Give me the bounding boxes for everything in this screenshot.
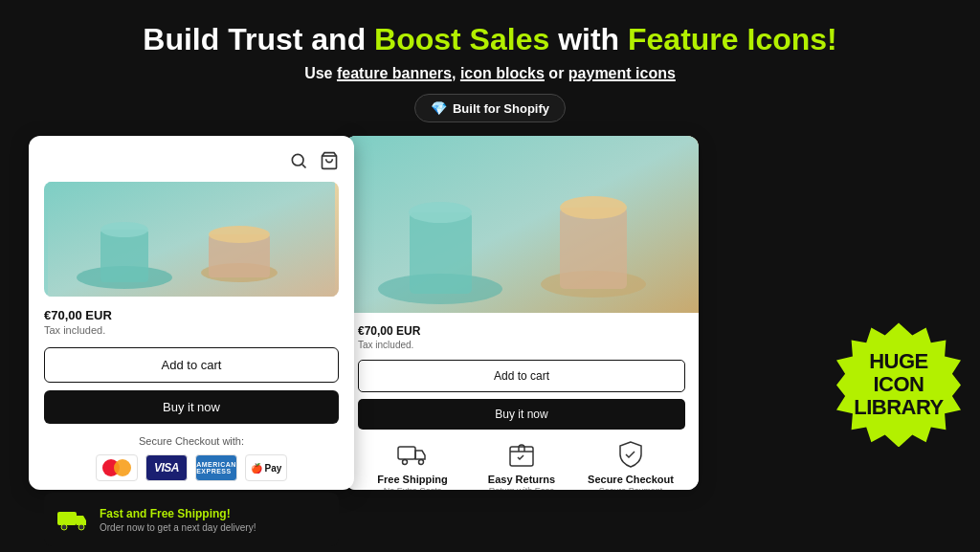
feature-secure: Secure Checkout Secure Payment: [576, 439, 685, 490]
svg-point-9: [209, 226, 270, 243]
amex-icon: AMERICANEXPRESS: [195, 454, 237, 481]
svg-rect-10: [57, 512, 77, 525]
visa-label: VISA: [154, 461, 179, 475]
right-add-to-cart-button[interactable]: Add to cart: [358, 360, 685, 392]
left-tax: Tax included.: [44, 324, 339, 336]
svg-rect-20: [398, 447, 415, 459]
feature-returns: Easy Returns Return with Ease: [467, 439, 576, 490]
main-title: Build Trust and Boost Sales with Feature…: [19, 21, 961, 57]
feature-shipping: Free Shipping No Extra Costs: [358, 439, 467, 490]
secure-feature-sub: Secure Payment: [599, 486, 663, 490]
secure-checkout-label: Secure Checkout with:: [44, 435, 339, 447]
svg-point-12: [78, 524, 84, 530]
title-feature: Feature Icons!: [628, 22, 837, 56]
svg-point-16: [409, 202, 472, 223]
svg-point-0: [292, 155, 303, 166]
returns-feature-title: Easy Returns: [488, 474, 555, 485]
left-card: €70,00 EUR Tax included. Add to cart Buy…: [29, 136, 354, 490]
title-and: and: [311, 22, 374, 56]
right-product-image: [345, 136, 699, 313]
svg-point-21: [403, 460, 408, 465]
starburst-badge: HUGE ICON LIBRARY: [836, 322, 961, 447]
payment-icons-row: VISA AMERICANEXPRESS 🍎 Pay: [44, 454, 339, 481]
svg-point-11: [61, 524, 67, 530]
right-card: €70,00 EUR Tax included. Add to cart Buy…: [345, 136, 699, 490]
visa-icon: VISA: [145, 454, 188, 481]
svg-rect-15: [410, 212, 472, 294]
shield-feature-icon: [615, 439, 646, 470]
svg-point-19: [560, 196, 627, 219]
left-buy-now-button[interactable]: Buy it now: [44, 390, 339, 424]
right-tax: Tax included.: [358, 340, 685, 350]
box-feature-icon: [506, 439, 537, 470]
gem-icon: 💎: [431, 100, 447, 116]
starburst-line1: HUGE: [854, 350, 943, 373]
right-product-visual: [345, 136, 699, 313]
returns-feature-sub: Return with Ease: [489, 486, 555, 490]
subtitle: Use feature banners, icon blocks or paym…: [19, 65, 961, 82]
product-visual-left: [44, 182, 339, 297]
title-end: with: [558, 22, 628, 56]
shipping-feature-title: Free Shipping: [377, 474, 447, 485]
svg-point-22: [419, 460, 424, 465]
cart-icon[interactable]: [320, 151, 339, 170]
svg-point-6: [100, 222, 148, 237]
applepay-label: 🍎 Pay: [251, 463, 282, 474]
mastercard-icon: [96, 454, 138, 481]
shipping-banner: Fast and Free Shipping! Order now to get…: [44, 493, 339, 546]
svg-rect-18: [560, 208, 627, 289]
truck-feature-icon: [397, 439, 428, 470]
starburst-text: HUGE ICON LIBRARY: [854, 350, 943, 420]
left-add-to-cart-button[interactable]: Add to cart: [44, 347, 339, 383]
right-price: €70,00 EUR: [358, 324, 685, 338]
search-icon[interactable]: [289, 151, 308, 170]
right-card-body: €70,00 EUR Tax included. Add to cart Buy…: [345, 313, 699, 490]
shopify-badge-label: Built for Shopify: [453, 101, 549, 116]
shipping-title: Fast and Free Shipping!: [100, 507, 256, 520]
cards-container: €70,00 EUR Tax included. Add to cart Buy…: [0, 136, 980, 490]
shipping-feature-sub: No Extra Costs: [384, 486, 442, 490]
starburst-line3: LIBRARY: [854, 396, 943, 419]
title-start: Build Trust: [143, 22, 302, 56]
feature-icons-row: Free Shipping No Extra Costs Easy Return…: [358, 439, 685, 490]
title-boost: Boost Sales: [374, 22, 549, 56]
truck-icon: [56, 502, 90, 537]
mc-yellow-circle: [114, 459, 131, 476]
starburst-shape: HUGE ICON LIBRARY: [836, 322, 961, 447]
amex-label: AMERICANEXPRESS: [196, 461, 236, 475]
secure-feature-title: Secure Checkout: [588, 474, 674, 485]
card-header-icons: [44, 151, 339, 170]
header: Build Trust and Boost Sales with Feature…: [0, 0, 980, 136]
right-buy-now-button[interactable]: Buy it now: [358, 399, 685, 430]
shipping-text: Fast and Free Shipping! Order now to get…: [100, 507, 256, 533]
shipping-sub: Order now to get a next day delivery!: [100, 522, 256, 533]
svg-line-1: [302, 165, 306, 168]
product-image-left: [44, 182, 339, 297]
svg-rect-5: [100, 230, 148, 282]
left-price: €70,00 EUR: [44, 308, 339, 322]
shopify-badge-button[interactable]: 💎 Built for Shopify: [414, 94, 566, 122]
starburst-line2: ICON: [854, 373, 943, 396]
applepay-icon: 🍎 Pay: [245, 454, 287, 481]
